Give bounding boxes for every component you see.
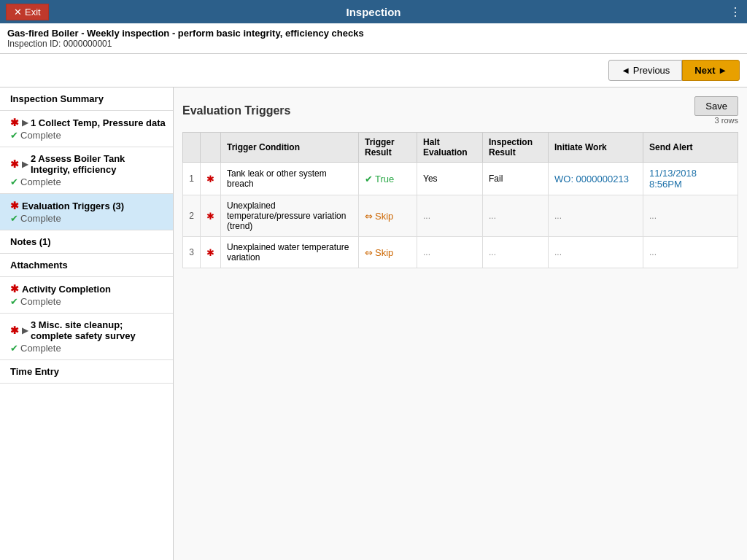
time-entry-label: Time Entry — [10, 366, 59, 377]
skip-result: ⇔ Skip — [365, 247, 411, 258]
halt-evaluation: ... — [417, 195, 483, 237]
send-alert: 11/13/2018 8:56PM — [643, 163, 738, 195]
step2-label: 2 Assess Boiler Tank Integrity, efficien… — [31, 153, 166, 175]
attachments-label: Attachments — [10, 260, 68, 271]
check-icon: ✔ — [10, 296, 18, 307]
arrows-icon: ⇔ — [365, 247, 373, 258]
col-header-inspection-result: Inspection Result — [483, 133, 549, 163]
chevron-right-icon: ▶ — [22, 118, 28, 128]
trigger-icon-cell: ✱ — [201, 163, 221, 195]
col-header-num — [183, 133, 201, 163]
asterisk-icon: ✱ — [206, 174, 214, 184]
content-header: Evaluation Triggers Save 3 rows — [182, 96, 738, 125]
eval-triggers-status: Complete — [20, 213, 61, 224]
row-number: 2 — [183, 195, 201, 237]
col-header-trigger-result: Trigger Result — [359, 133, 417, 163]
sidebar-item-step1[interactable]: ✱ ▶ 1 Collect Temp, Pressure data ✔ Comp… — [0, 111, 173, 147]
col-header-halt: Halt Evaluation — [417, 133, 483, 163]
initiate-work: ... — [549, 195, 643, 237]
table-row: 2✱Unexplained temperature/pressure varia… — [183, 195, 738, 237]
trigger-icon-cell: ✱ — [201, 237, 221, 268]
asterisk-icon: ✱ — [206, 211, 214, 222]
trigger-result: ⇔ Skip — [359, 237, 417, 268]
row-number: 3 — [183, 237, 201, 268]
trigger-condition: Unexplained water temperature variation — [221, 237, 359, 268]
sidebar-item-notes[interactable]: Notes (1) — [0, 230, 173, 254]
col-header-icon — [201, 133, 221, 163]
check-icon: ✔ — [10, 343, 18, 354]
arrows-icon: ⇔ — [365, 211, 373, 222]
step2-status: Complete — [20, 176, 61, 187]
app-header: ✕ Exit Inspection ⋮ — [0, 0, 747, 23]
content-area: Evaluation Triggers Save 3 rows Trigger … — [174, 88, 747, 560]
asterisk-icon: ✱ — [10, 324, 19, 336]
step3-status: Complete — [20, 343, 61, 354]
asterisk-icon: ✱ — [10, 283, 19, 295]
table-row: 1✱Tank leak or other system breach✔ True… — [183, 163, 738, 195]
work-order-link[interactable]: WO: 0000000213 — [554, 174, 629, 184]
section-title: Evaluation Triggers — [182, 104, 290, 117]
true-result: ✔ True — [365, 174, 411, 184]
previous-button[interactable]: ◄ Previous — [608, 60, 682, 81]
step3-label: 3 Misc. site cleanup; complete safety su… — [31, 319, 166, 341]
trigger-result: ⇔ Skip — [359, 195, 417, 237]
halt-evaluation: ... — [417, 237, 483, 268]
asterisk-icon: ✱ — [10, 158, 19, 170]
sidebar-item-step2[interactable]: ✱ ▶ 2 Assess Boiler Tank Integrity, effi… — [0, 147, 173, 194]
sidebar-item-summary[interactable]: Inspection Summary — [0, 88, 173, 111]
trigger-result: ✔ True — [359, 163, 417, 195]
sub-header: Gas-fired Boiler - Weekly inspection - p… — [0, 23, 747, 54]
inspection-title: Gas-fired Boiler - Weekly inspection - p… — [7, 28, 740, 39]
next-button[interactable]: Next ► — [682, 60, 740, 81]
sidebar-item-step3[interactable]: ✱ ▶ 3 Misc. site cleanup; complete safet… — [0, 314, 173, 360]
chevron-right-icon: ▶ — [22, 160, 28, 169]
trigger-icon-cell: ✱ — [201, 195, 221, 237]
sidebar: Inspection Summary ✱ ▶ 1 Collect Temp, P… — [0, 88, 174, 560]
check-icon: ✔ — [10, 130, 18, 141]
skip-result: ⇔ Skip — [365, 211, 411, 222]
trigger-condition: Tank leak or other system breach — [221, 163, 359, 195]
asterisk-icon: ✱ — [10, 200, 19, 211]
eval-triggers-label: Evaluation Triggers (3) — [22, 201, 124, 211]
sidebar-item-eval-triggers[interactable]: ✱ Evaluation Triggers (3) ✔ Complete — [0, 194, 173, 230]
send-alert: ... — [643, 237, 738, 268]
inspection-id: Inspection ID: 0000000001 — [7, 39, 740, 49]
check-icon: ✔ — [10, 176, 18, 187]
sidebar-item-time-entry[interactable]: Time Entry — [0, 360, 173, 384]
col-header-condition: Trigger Condition — [221, 133, 359, 163]
sidebar-item-activity-completion[interactable]: ✱ Activity Completion ✔ Complete — [0, 277, 173, 314]
col-header-initiate-work: Initiate Work — [549, 133, 643, 163]
x-icon: ✕ — [14, 7, 22, 18]
halt-evaluation: Yes — [417, 163, 483, 195]
step1-status: Complete — [20, 130, 61, 141]
table-row: 3✱Unexplained water temperature variatio… — [183, 237, 738, 268]
trigger-condition: Unexplained temperature/pressure variati… — [221, 195, 359, 237]
initiate-work: WO: 0000000213 — [549, 163, 643, 195]
asterisk-icon: ✱ — [206, 247, 214, 258]
save-button[interactable]: Save — [694, 96, 738, 116]
app-title: Inspection — [346, 6, 400, 18]
row-count: 3 rows — [715, 116, 738, 125]
initiate-work: ... — [549, 237, 643, 268]
exit-button[interactable]: ✕ Exit — [6, 4, 49, 20]
main-layout: Inspection Summary ✱ ▶ 1 Collect Temp, P… — [0, 88, 747, 560]
asterisk-icon: ✱ — [10, 117, 19, 128]
activity-completion-status: Complete — [20, 296, 61, 307]
activity-completion-label: Activity Completion — [22, 284, 111, 295]
menu-dots-icon[interactable]: ⋮ — [729, 5, 741, 19]
inspection-result: Fail — [483, 163, 549, 195]
row-number: 1 — [183, 163, 201, 195]
sidebar-item-attachments[interactable]: Attachments — [0, 254, 173, 277]
col-header-send-alert: Send Alert — [643, 133, 738, 163]
notes-label: Notes (1) — [10, 236, 51, 247]
eval-table: Trigger Condition Trigger Result Halt Ev… — [182, 132, 738, 268]
nav-buttons: ◄ Previous Next ► — [0, 54, 747, 88]
step1-label: 1 Collect Temp, Pressure data — [31, 117, 166, 128]
alert-link[interactable]: 11/13/2018 8:56PM — [649, 168, 697, 190]
send-alert: ... — [643, 195, 738, 237]
summary-label: Inspection Summary — [10, 93, 104, 104]
check-icon: ✔ — [365, 174, 373, 184]
inspection-result: ... — [483, 237, 549, 268]
chevron-right-icon: ▶ — [22, 326, 28, 335]
check-icon: ✔ — [10, 213, 18, 224]
